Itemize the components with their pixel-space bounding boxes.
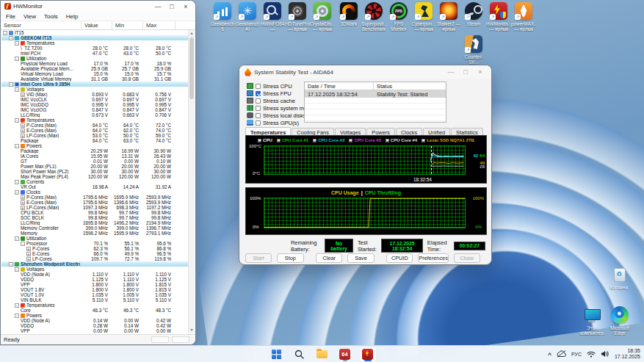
collapse-toggle[interactable]: - [15, 41, 19, 46]
sensor-row[interactable]: VDDQ0.28 W0.14 W0.42 W [1, 323, 188, 328]
expand-toggle[interactable]: + [26, 252, 31, 256]
sensor-row[interactable]: Max Peak Power (PL4)120.00 W120.00 W120.… [1, 174, 188, 179]
tab-cooling-fans[interactable]: Cooling Fans [292, 128, 334, 135]
sensor-row[interactable]: -Shenzhen Wodposit Electronics ... [1, 261, 188, 267]
stress-checkbox[interactable] [256, 84, 261, 89]
scroll-down-arrow[interactable] [189, 327, 195, 333]
sensor-row[interactable]: Virtual Memory Load15.0 %15.0 %15.7 % [1, 71, 188, 76]
stress-checkbox[interactable] [256, 98, 261, 104]
collapse-toggle[interactable]: - [15, 180, 19, 184]
maximize-button[interactable]: □ [166, 1, 178, 12]
sensor-row[interactable]: Package20.29 W16.99 W30.90 W [1, 148, 188, 153]
expand-toggle[interactable]: + [26, 257, 31, 261]
desktop-icon[interactable]: ↗Geekbench 6 [210, 2, 235, 32]
desktop-icon[interactable]: ↗HDTunePro — ярлык [285, 2, 310, 32]
stress-checkbox[interactable] [256, 120, 261, 126]
log-column-datetime[interactable]: Date / Time [305, 82, 374, 90]
search-button[interactable] [291, 347, 308, 362]
sensor-row[interactable]: VR Out18.98 A14.24 A31.92 A [1, 184, 188, 189]
clear-button[interactable]: Clear [316, 253, 342, 263]
tab-voltages[interactable]: Voltages [335, 128, 366, 135]
sensor-row[interactable]: +LP-Cores (Max)1097.3 MHz698.3 MHz1197.2… [1, 205, 188, 210]
collapse-toggle[interactable]: - [15, 236, 19, 241]
expand-toggle[interactable]: + [21, 134, 25, 138]
collapse-toggle[interactable]: - [15, 144, 19, 148]
stress-checkbox[interactable] [256, 106, 261, 111]
desktop-icon[interactable]: ↗Steam [461, 2, 486, 26]
save-button[interactable]: Save [347, 253, 374, 263]
log-column-status[interactable]: Status [374, 82, 392, 90]
sensor-row[interactable]: Power Max (PL1)20.00 W20.00 W20.00 W [1, 164, 188, 169]
expand-toggle[interactable]: + [21, 195, 25, 200]
desktop-icon[interactable]: ↗CrystalDis... — ярлык [310, 2, 335, 32]
tab-powers[interactable]: Powers [366, 128, 395, 135]
sensor-row[interactable]: Short Power Max (PL2)30.00 W30.00 W30.00… [1, 169, 188, 174]
desktop-icon[interactable]: ↗powerMAX... — ярлык [511, 2, 536, 32]
minimize-button[interactable]: — [445, 67, 457, 77]
sensor-row[interactable]: -Clocks [1, 189, 188, 195]
sensor-row[interactable]: Memory1596.2 MHz1595.9 MHz2793.1 MHz [1, 231, 188, 236]
minimize-button[interactable]: — [152, 1, 164, 12]
column-value[interactable]: Value [82, 21, 112, 29]
start-button[interactable] [268, 347, 286, 362]
sensor-row[interactable]: -Intel Core Ultra 9 285H [1, 82, 188, 87]
sensor-row[interactable]: SOC BCLK99.8 MHz99.7 MHz99.8 MHz [1, 215, 188, 220]
desktop-icon[interactable]: ↗FPS Monitor [386, 2, 411, 32]
desktop-icon[interactable]: ↗Superposit... Benchmark [361, 2, 386, 32]
sensor-row[interactable]: IMC VccIOG0.847 V0.847 V0.847 V [1, 107, 188, 112]
sensor-row[interactable]: +LP-Cores (Max)53.0 °C50.0 °C59.0 °C [1, 133, 188, 138]
column-min[interactable]: Min [112, 21, 143, 29]
sensor-row[interactable]: +P-Cores62.3 %56.1 %86.8 % [1, 246, 188, 251]
sensor-row[interactable]: IMC VccCLK0.697 V0.697 V0.697 V [1, 97, 188, 102]
column-sensor[interactable]: Sensor [1, 21, 82, 29]
scroll-up-arrow[interactable] [189, 30, 195, 37]
desktop-icon[interactable]: ↗Counter-Str... 2 [461, 35, 486, 65]
sensor-row[interactable]: +VID (Max)0.693 V0.683 V0.756 V [1, 92, 188, 97]
collapse-toggle[interactable]: - [15, 303, 19, 308]
collapse-toggle[interactable]: - [15, 190, 19, 195]
sensor-row[interactable]: -IT15 [1, 30, 188, 35]
sensor-row[interactable]: Memory Controller399.0 MHz399.0 MHz1396.… [1, 225, 188, 231]
sensor-row[interactable]: -Utilization [1, 236, 188, 241]
expand-toggle[interactable]: + [21, 93, 25, 97]
sensor-row[interactable]: +P-Cores (Max)1795.6 MHz1695.9 MHz2593.9… [1, 195, 188, 200]
sensor-row[interactable]: IA Cores15.95 W13.31 W26.43 W [1, 153, 188, 159]
sensor-row[interactable]: LLC/Ring0.673 V0.663 V0.706 V [1, 112, 188, 117]
sensor-row[interactable]: +E-Cores (Max)1795.6 MHz1396.6 MHz2593.9… [1, 200, 188, 205]
collapse-toggle[interactable]: - [3, 31, 7, 35]
expand-toggle[interactable]: + [26, 247, 31, 251]
collapse-toggle[interactable]: - [21, 242, 25, 246]
desktop-icon[interactable]: ↗HWiNFO64 — ярлык [260, 2, 285, 32]
sensor-row[interactable]: CPU BCLK99.8 MHz99.7 MHz99.8 MHz [1, 210, 188, 215]
desktop-icon[interactable]: ↗Geekbench AI [235, 2, 260, 32]
sensor-row[interactable]: -Powers [1, 143, 188, 148]
desktop-icon[interactable]: ↗HWMonito... — ярлык [486, 2, 511, 32]
collapse-toggle[interactable]: - [9, 262, 13, 267]
language-indicator[interactable]: РУС [571, 352, 582, 357]
sensor-row[interactable]: VPP1.800 V1.800 V1.815 V [1, 282, 188, 287]
collapse-toggle[interactable]: - [9, 36, 13, 40]
maximize-button[interactable]: □ [460, 67, 471, 77]
volume-icon[interactable] [601, 350, 609, 358]
desktop-icon[interactable]: ↗Cyberpun... — ярлык [411, 2, 436, 32]
file-explorer-button[interactable] [314, 347, 331, 362]
tray-overflow-chevron[interactable]: ^ [548, 352, 551, 358]
sensor-row[interactable]: IMC VccDDQ0.995 V0.995 V0.995 V [1, 102, 188, 107]
sensor-row[interactable]: \_TZ.TZ0028.0 °C28.0 °C28.0 °C [1, 46, 188, 51]
collapse-toggle[interactable]: - [15, 267, 19, 272]
desktop-icon[interactable]: Этот компьютер [579, 306, 604, 336]
stress-checkbox[interactable] [256, 91, 261, 96]
close-button[interactable]: × [474, 67, 486, 77]
sensor-row[interactable]: VOUT 1.8V1.800 V1.800 V1.815 V [1, 287, 188, 292]
hwmonitor-titlebar[interactable]: HWMonitor — □ × [1, 1, 195, 12]
sensor-row[interactable]: -Temperatures [1, 117, 188, 123]
menu-file[interactable]: File [6, 13, 15, 20]
sensor-row[interactable]: -Powers [1, 313, 188, 318]
tab-clocks[interactable]: Clocks [396, 128, 422, 135]
desktop-icon[interactable]: ↗3DMark [336, 2, 361, 26]
sensor-row[interactable]: GT0.01 W0.00 W0.10 W [1, 159, 188, 164]
menu-view[interactable]: View [23, 13, 36, 20]
sensor-row[interactable]: -Currents [1, 179, 188, 184]
stop-button[interactable]: Stop [277, 253, 303, 263]
sensor-row[interactable]: VIN BULK5.110 V5.110 V5.110 V [1, 297, 188, 303]
